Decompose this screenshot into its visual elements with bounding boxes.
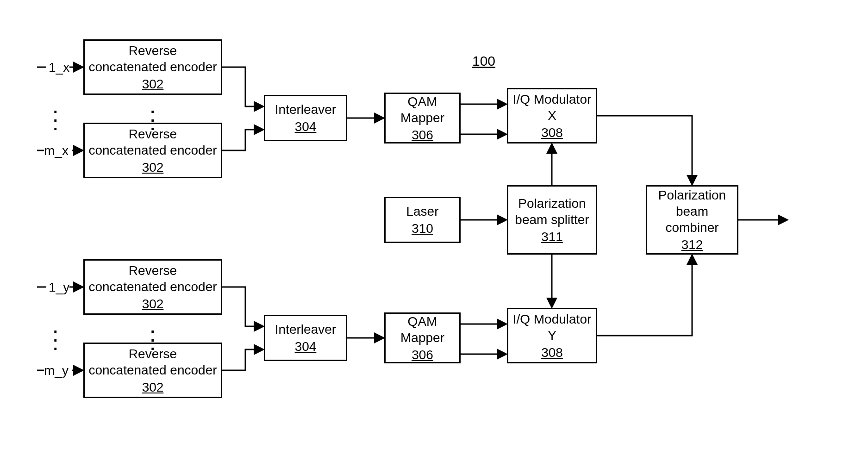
block-encoder-x1: Reverse concatenated encoder 302 [83, 39, 222, 95]
ref-encoder-y1: 302 [142, 296, 164, 312]
input-label-1x: 1_x [49, 60, 69, 75]
ref-splitter: 311 [541, 229, 563, 245]
ref-encoder-ym: 302 [142, 379, 164, 395]
ref-interleaver-x: 304 [295, 118, 317, 135]
label-interleaver-y: Interleaver [275, 321, 336, 337]
block-mapper-y: QAM Mapper 306 [384, 312, 461, 363]
block-modulator-x: I/Q Modulator X 308 [507, 88, 597, 143]
ref-laser: 310 [412, 220, 433, 237]
ref-mapper-x: 306 [412, 127, 433, 143]
label-mapper-y: QAM Mapper [389, 313, 456, 346]
label-mapper-x: QAM Mapper [389, 94, 456, 126]
label-splitter: Polarization beam splitter [512, 195, 592, 228]
ref-modulator-y: 308 [541, 344, 563, 361]
ellipsis-inputs-x: ... [53, 103, 57, 129]
label-encoder-y1: Reverse concatenated encoder [88, 262, 217, 295]
label-encoder-x1: Reverse concatenated encoder [88, 43, 217, 75]
input-label-mx: m_x [44, 143, 69, 158]
input-label-1y: 1_y [49, 280, 69, 295]
block-splitter: Polarization beam splitter 311 [507, 185, 597, 255]
block-modulator-y: I/Q Modulator Y 308 [507, 308, 597, 363]
ref-combiner: 312 [681, 237, 703, 253]
figure-reference: 100 [472, 53, 495, 69]
block-laser: Laser 310 [384, 197, 461, 243]
block-combiner: Polarization beam combiner 312 [646, 185, 738, 255]
block-interleaver-y: Interleaver 304 [264, 315, 347, 361]
ref-encoder-xm: 302 [142, 159, 164, 175]
ref-interleaver-y: 304 [295, 338, 317, 355]
block-interleaver-x: Interleaver 304 [264, 95, 347, 141]
ref-encoder-x1: 302 [142, 76, 164, 92]
input-label-my: m_y [44, 363, 69, 378]
label-modulator-x: I/Q Modulator X [512, 91, 592, 124]
label-interleaver-x: Interleaver [275, 101, 336, 118]
label-laser: Laser [406, 203, 438, 219]
ellipsis-encoders-y: ... [150, 323, 155, 349]
ref-modulator-x: 308 [541, 125, 563, 141]
block-encoder-y1: Reverse concatenated encoder 302 [83, 259, 222, 315]
label-combiner: Polarization beam combiner [651, 187, 733, 236]
ellipsis-inputs-y: ... [53, 323, 57, 349]
label-modulator-y: I/Q Modulator Y [512, 311, 592, 343]
block-mapper-x: QAM Mapper 306 [384, 93, 461, 143]
ref-mapper-y: 306 [412, 347, 433, 363]
ellipsis-encoders-x: ... [150, 103, 155, 129]
